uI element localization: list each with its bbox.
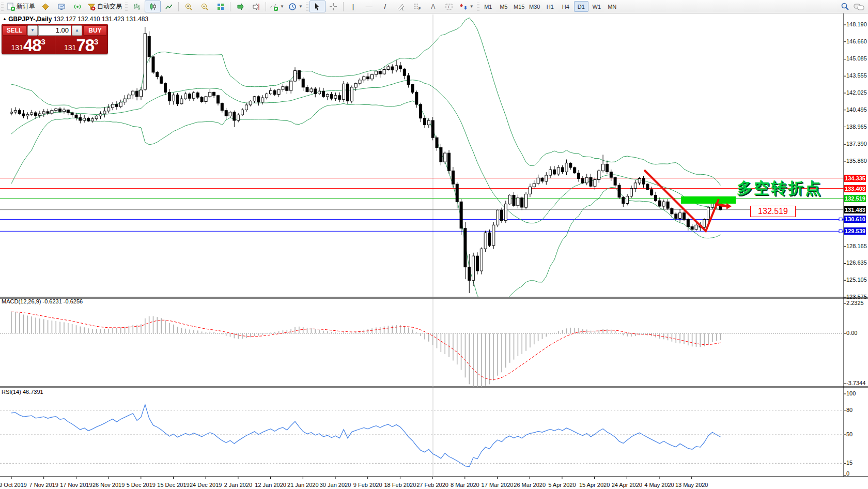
signals-icon [73, 3, 82, 11]
auto-trading-label: 自动交易 [97, 2, 122, 11]
zoom-in-icon [184, 3, 193, 11]
buy-price[interactable]: 131783 [55, 35, 108, 54]
timeframe-h1[interactable]: H1 [543, 1, 557, 12]
indicators-button[interactable]: ▼ [268, 1, 286, 12]
ohlc-values: 132.127 132.410 131.423 131.483 [54, 16, 149, 23]
chart-shift-button[interactable] [248, 1, 264, 12]
symbol-period-label: GBPJPY-,Daily [8, 16, 52, 23]
auto-scroll-button[interactable] [232, 1, 248, 12]
bollinger-middle [11, 80, 721, 223]
buy-button[interactable]: BUY [83, 25, 107, 36]
svg-text:T: T [447, 5, 450, 9]
signals-button[interactable] [69, 1, 85, 12]
auto-trading-icon [87, 3, 96, 11]
horizontal-line-icon: — [366, 3, 373, 10]
timeframe-m5[interactable]: M5 [497, 1, 511, 12]
charts-button[interactable] [37, 1, 53, 12]
timeframe-toolbar: M1M5M15M30H1H4D1W1MN [481, 1, 620, 12]
text-label-icon: T [445, 3, 453, 11]
search-icon[interactable] [841, 2, 849, 11]
auto-scroll-icon [236, 3, 244, 11]
line-chart-icon [165, 3, 173, 11]
rsi-label: RSI(14) 46.7391 [2, 389, 43, 395]
tile-windows-button[interactable] [212, 1, 228, 12]
new-order-button[interactable]: 新订单 [5, 1, 37, 12]
line-chart-button[interactable] [161, 1, 177, 12]
sell-button[interactable]: SELL [3, 25, 26, 36]
auto-trading-button[interactable]: 自动交易 [85, 1, 124, 12]
toolbar-grip[interactable] [306, 3, 308, 11]
timeframe-m1[interactable]: M1 [481, 1, 495, 12]
bar-chart-button[interactable] [129, 1, 145, 12]
cursor-tool-button[interactable] [309, 1, 326, 12]
vertical-line-icon: | [352, 3, 354, 10]
channel-tool-button[interactable]: E [393, 1, 409, 12]
market-watch-button[interactable] [53, 1, 69, 12]
zoom-out-icon [200, 3, 209, 11]
crosshair-icon [329, 3, 337, 11]
level-132519-label[interactable]: 132.519 [750, 206, 796, 217]
market-watch-icon [57, 3, 66, 11]
timeframe-mn[interactable]: MN [605, 1, 619, 12]
candlestick-series [10, 27, 722, 293]
new-order-icon [7, 3, 15, 11]
candlestick-chart-button[interactable] [145, 1, 161, 12]
arrows-tool-button[interactable]: ▼ [457, 1, 476, 12]
cursor-icon [313, 3, 321, 11]
volume-input[interactable]: 1.00 [38, 25, 71, 36]
chart-shift-icon [252, 3, 260, 11]
volume-increase-button[interactable]: ▲ [72, 25, 82, 36]
charts-icon [41, 3, 50, 11]
tile-windows-icon [216, 3, 225, 11]
timeframe-w1[interactable]: W1 [590, 1, 604, 12]
buy-price-point: 3 [94, 38, 98, 53]
toolbar-grip[interactable] [1, 3, 4, 11]
line-handle[interactable] [839, 218, 842, 221]
red-arrow-head[interactable] [726, 203, 732, 209]
indicators-icon [270, 3, 278, 11]
timeframe-m15[interactable]: M15 [512, 1, 526, 12]
line-handle[interactable] [839, 230, 842, 233]
fibonacci-icon: F [413, 3, 421, 11]
chart-title: ▲ GBPJPY-,Daily 132.127 132.410 131.423 … [3, 16, 148, 23]
candlestick-chart-icon [149, 3, 157, 11]
timeframe-d1[interactable]: D1 [574, 1, 588, 12]
indicators-dropdown-caret: ▼ [280, 4, 284, 9]
toolbar-grip[interactable] [125, 3, 128, 11]
text-tool-button[interactable]: A [425, 1, 441, 12]
toolbar-grip[interactable] [477, 3, 479, 11]
bollinger-lower [11, 101, 721, 308]
volume-decrease-button[interactable]: ▼ [27, 25, 38, 36]
timeframe-m30[interactable]: M30 [528, 1, 542, 12]
bollinger-bands [11, 18, 721, 308]
rsi-line [11, 405, 721, 467]
chart-canvas[interactable] [0, 13, 868, 489]
periods-icon [288, 3, 297, 11]
fibonacci-tool-button[interactable]: F [409, 1, 425, 12]
crosshair-tool-button[interactable] [326, 1, 342, 12]
bollinger-upper [11, 18, 721, 185]
macd-indicator [11, 312, 721, 389]
zoom-out-button[interactable] [196, 1, 212, 12]
collapse-arrow-icon[interactable]: ▲ [3, 17, 7, 21]
horizontal-line-tool-button[interactable]: — [361, 1, 377, 12]
text-icon: A [431, 4, 435, 10]
chat-icon[interactable] [854, 3, 865, 11]
arrows-icon [459, 3, 468, 11]
turning-point-annotation[interactable]: 多空转折点 [737, 178, 822, 199]
trendline-tool-button[interactable]: / [377, 1, 393, 12]
arrows-dropdown-caret: ▼ [470, 4, 474, 9]
main-toolbar: 新订单 自动交易 [0, 0, 868, 13]
bar-chart-icon [133, 3, 141, 11]
sell-price-figure: 131 [11, 44, 23, 53]
timeframe-h4[interactable]: H4 [559, 1, 573, 12]
vertical-line-tool-button[interactable]: | [345, 1, 361, 12]
periods-button[interactable]: ▼ [286, 1, 305, 12]
sell-price[interactable]: 131483 [2, 35, 55, 54]
zoom-in-button[interactable] [180, 1, 196, 12]
svg-text:F: F [419, 7, 421, 10]
new-order-label: 新订单 [17, 2, 35, 11]
green-zone-annotation[interactable] [681, 196, 736, 204]
one-click-trading-panel: SELL ▼ 1.00 ▲ BUY 131483 131783 [2, 24, 108, 54]
text-label-tool-button[interactable]: T [441, 1, 457, 12]
